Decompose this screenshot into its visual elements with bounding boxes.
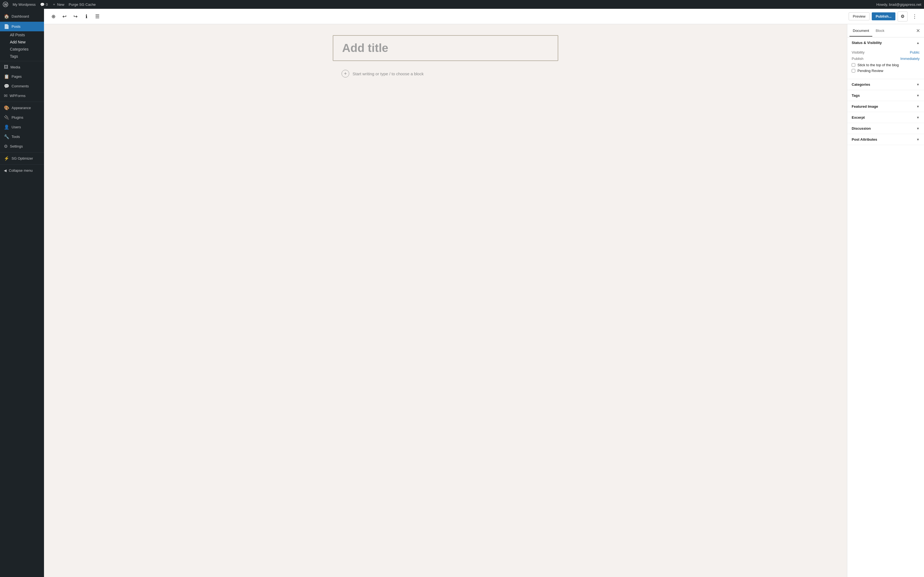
editor-canvas[interactable]: + Start writing or type / to choose a bl… xyxy=(44,24,847,577)
sidebar: 🏠 Dashboard 📄 Posts All Posts Add New Ca… xyxy=(0,9,44,577)
content-area: ⊕ ↩ ↪ ℹ ☰ Preview Publish... ⚙ ⋮ xyxy=(44,9,924,577)
section-categories: Categories ▼ xyxy=(847,79,924,90)
document-tab-label: Document xyxy=(853,29,869,33)
comment-icon: 💬 xyxy=(40,2,45,6)
posts-submenu: All Posts Add New Categories Tags xyxy=(0,31,44,60)
visibility-label: Visibility xyxy=(852,50,864,55)
add-new-label: Add New xyxy=(10,40,26,44)
new-icon: ＋ xyxy=(52,2,56,7)
sg-optimizer-label: SG Optimizer xyxy=(11,156,33,160)
visibility-row: Visibility Public xyxy=(852,50,919,55)
appearance-label: Appearance xyxy=(11,106,31,110)
admin-bar-site-name[interactable]: My Wordpress xyxy=(13,2,36,6)
visibility-value[interactable]: Public xyxy=(910,50,919,55)
sidebar-item-pages[interactable]: 📋 Pages xyxy=(0,72,44,81)
sidebar-sub-add-new[interactable]: Add New xyxy=(10,39,44,46)
details-button[interactable]: ℹ xyxy=(81,11,91,21)
publish-button[interactable]: Publish... xyxy=(872,12,895,20)
stick-to-top-checkbox[interactable] xyxy=(852,63,855,67)
section-post-attributes: Post Attributes ▼ xyxy=(847,134,924,145)
settings-icon: ⚙ xyxy=(4,144,8,149)
list-view-button[interactable]: ☰ xyxy=(92,11,102,21)
wpforms-icon: ✉ xyxy=(4,93,7,98)
sidebar-sub-all-posts[interactable]: All Posts xyxy=(10,31,44,39)
section-featured-image-header[interactable]: Featured Image ▼ xyxy=(847,101,924,112)
posts-label: Posts xyxy=(11,24,21,29)
section-status-visibility: Status & Visibility ▲ Visibility Public … xyxy=(847,37,924,79)
media-icon: 🖼 xyxy=(4,64,8,69)
editor-settings-button[interactable]: ⚙ xyxy=(898,11,908,21)
wp-logo-icon: W xyxy=(3,2,8,7)
excerpt-title: Excerpt xyxy=(852,115,865,119)
dashboard-label: Dashboard xyxy=(11,14,29,18)
sg-optimizer-icon: ⚡ xyxy=(4,156,9,161)
sidebar-sep-1 xyxy=(0,61,44,61)
block-tab-label: Block xyxy=(876,29,884,33)
sidebar-item-dashboard[interactable]: 🏠 Dashboard xyxy=(0,11,44,22)
sidebar-item-users[interactable]: 👤 Users xyxy=(0,122,44,132)
featured-image-chevron: ▼ xyxy=(916,105,919,108)
add-block-button[interactable]: ⊕ xyxy=(48,11,58,21)
section-post-attributes-header[interactable]: Post Attributes ▼ xyxy=(847,134,924,145)
admin-bar-wp-logo[interactable]: W xyxy=(3,2,8,7)
posts-icon: 📄 xyxy=(4,24,9,29)
title-input[interactable] xyxy=(342,41,549,55)
status-visibility-body: Visibility Public Publish Immediately St… xyxy=(847,48,924,79)
section-tags: Tags ▼ xyxy=(847,90,924,101)
sidebar-sub-categories[interactable]: Categories xyxy=(10,46,44,53)
sidebar-item-media[interactable]: 🖼 Media xyxy=(0,62,44,72)
publish-label: Publish xyxy=(852,56,864,61)
media-label: Media xyxy=(10,65,20,69)
right-panel: Document Block ✕ Status & Visibility ▲ xyxy=(847,24,924,577)
appearance-icon: 🎨 xyxy=(4,105,9,110)
admin-bar-new[interactable]: ＋ New xyxy=(52,2,65,7)
post-attributes-chevron: ▼ xyxy=(916,138,919,142)
settings-label: Settings xyxy=(10,144,23,148)
collapse-menu-button[interactable]: ◀ Collapse menu xyxy=(0,166,44,175)
admin-bar-howdy: Howdy, brad@gigapress.net xyxy=(876,2,921,6)
dashboard-icon: 🏠 xyxy=(4,14,9,19)
section-categories-header[interactable]: Categories ▼ xyxy=(847,79,924,90)
options-button[interactable]: ⋮ xyxy=(910,11,919,21)
sidebar-sep-2 xyxy=(0,102,44,102)
sidebar-item-wpforms[interactable]: ✉ WPForms xyxy=(0,91,44,101)
discussion-title: Discussion xyxy=(852,126,871,131)
sidebar-item-appearance[interactable]: 🎨 Appearance xyxy=(0,103,44,113)
admin-bar-comments[interactable]: 💬 0 xyxy=(40,2,48,6)
sidebar-item-comments[interactable]: 💬 Comments xyxy=(0,81,44,91)
title-area[interactable] xyxy=(333,35,558,61)
tab-block[interactable]: Block xyxy=(872,25,888,37)
section-status-visibility-header[interactable]: Status & Visibility ▲ xyxy=(847,37,924,48)
block-placeholder-text: Start writing or type / to choose a bloc… xyxy=(352,71,423,76)
sidebar-item-settings[interactable]: ⚙ Settings xyxy=(0,142,44,151)
sidebar-item-plugins[interactable]: 🔌 Plugins xyxy=(0,113,44,122)
status-visibility-chevron: ▲ xyxy=(916,41,919,45)
pending-review-checkbox[interactable] xyxy=(852,69,855,73)
panel-close-button[interactable]: ✕ xyxy=(914,27,922,35)
status-visibility-title: Status & Visibility xyxy=(852,41,882,45)
section-tags-header[interactable]: Tags ▼ xyxy=(847,90,924,101)
new-label: New xyxy=(57,2,65,6)
add-block-inline-button[interactable]: + xyxy=(342,70,349,77)
categories-label: Categories xyxy=(10,47,29,52)
comments-count: 0 xyxy=(46,2,48,6)
tags-label: Tags xyxy=(10,54,18,58)
sidebar-item-posts[interactable]: 📄 Posts xyxy=(0,22,44,31)
sidebar-item-tools[interactable]: 🔧 Tools xyxy=(0,132,44,142)
preview-button[interactable]: Preview xyxy=(849,12,869,20)
undo-button[interactable]: ↩ xyxy=(60,11,69,21)
section-excerpt-header[interactable]: Excerpt ▼ xyxy=(847,112,924,123)
admin-bar-purge[interactable]: Purge SG Cache xyxy=(69,2,96,6)
comments-icon: 💬 xyxy=(4,84,9,89)
pages-icon: 📋 xyxy=(4,74,9,79)
editor-main: + Start writing or type / to choose a bl… xyxy=(44,24,924,577)
section-discussion-header[interactable]: Discussion ▼ xyxy=(847,123,924,134)
sidebar-item-sg-optimizer[interactable]: ⚡ SG Optimizer xyxy=(0,153,44,163)
sidebar-sub-tags[interactable]: Tags xyxy=(10,53,44,60)
pending-review-row: Pending Review xyxy=(852,69,919,73)
tab-document[interactable]: Document xyxy=(850,25,872,37)
pending-review-label: Pending Review xyxy=(858,69,883,73)
publish-value[interactable]: Immediately xyxy=(900,56,919,61)
block-start-area: + Start writing or type / to choose a bl… xyxy=(333,68,558,80)
redo-button[interactable]: ↪ xyxy=(70,11,80,21)
